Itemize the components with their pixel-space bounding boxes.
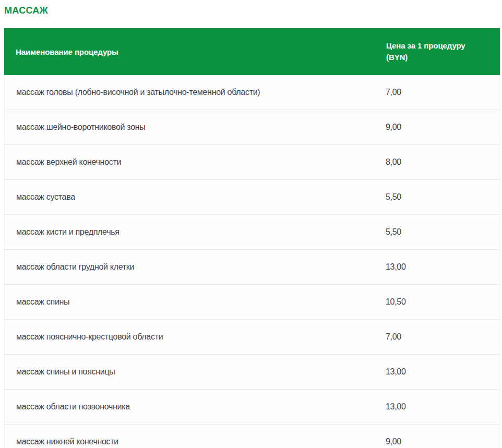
- table-header-row: Наименование процедуры Цена за 1 процеду…: [4, 28, 500, 75]
- procedure-price: 8,00: [386, 158, 499, 167]
- procedure-price: 7,00: [386, 88, 499, 97]
- procedure-price: 9,00: [386, 437, 499, 446]
- table-row: массаж области грудной клетки 13,00: [4, 250, 500, 285]
- procedure-name: массаж пояснично-крестцовой области: [5, 332, 386, 342]
- table-row: массаж кисти и предплечья 5,50: [4, 215, 500, 250]
- table-row: массаж спины и поясницы 13,00: [4, 355, 500, 390]
- procedure-name: массаж спины: [5, 297, 386, 307]
- column-header-price-label: Цена за 1 процедуру (BYN): [386, 40, 476, 63]
- table-body: массаж головы (лобно-височной и затылочн…: [4, 75, 500, 448]
- procedure-name: массаж головы (лобно-височной и затылочн…: [5, 88, 386, 97]
- price-table: Наименование процедуры Цена за 1 процеду…: [4, 28, 500, 448]
- table-row: массаж шейно-воротниковой зоны 9,00: [4, 110, 500, 145]
- table-row: массаж области позвоночника 13,00: [4, 390, 500, 425]
- table-row: массаж верхней конечности 8,00: [4, 145, 500, 180]
- procedure-name: массаж шейно-воротниковой зоны: [5, 123, 386, 132]
- procedure-price: 13,00: [386, 262, 499, 272]
- procedure-price: 13,00: [386, 402, 499, 411]
- column-header-procedure: Наименование процедуры: [4, 47, 386, 56]
- procedure-name: массаж области грудной клетки: [5, 262, 386, 272]
- procedure-name: массаж нижней конечности: [5, 437, 386, 446]
- table-row: массаж спины 10,50: [4, 285, 500, 320]
- table-row: массаж сустава 5,50: [4, 180, 500, 215]
- table-row: массаж нижней конечности 9,00: [4, 425, 500, 448]
- procedure-price: 7,00: [386, 332, 499, 342]
- procedure-name: массаж верхней конечности: [5, 158, 386, 167]
- table-row: массаж пояснично-крестцовой области 7,00: [4, 320, 500, 355]
- table-row: массаж головы (лобно-височной и затылочн…: [4, 75, 500, 110]
- column-header-price: Цена за 1 процедуру (BYN): [386, 40, 500, 63]
- procedure-name: массаж сустава: [5, 192, 386, 202]
- procedure-price: 10,50: [386, 297, 499, 307]
- procedure-price: 13,00: [386, 367, 499, 377]
- procedure-name: массаж области позвоночника: [5, 402, 386, 411]
- procedure-price: 5,50: [386, 192, 499, 202]
- section-title: МАССАЖ: [4, 0, 500, 16]
- procedure-name: массаж кисти и предплечья: [5, 227, 386, 237]
- procedure-price: 5,50: [386, 227, 499, 237]
- page: МАССАЖ Наименование процедуры Цена за 1 …: [0, 0, 502, 448]
- procedure-price: 9,00: [386, 123, 499, 132]
- procedure-name: массаж спины и поясницы: [5, 367, 386, 377]
